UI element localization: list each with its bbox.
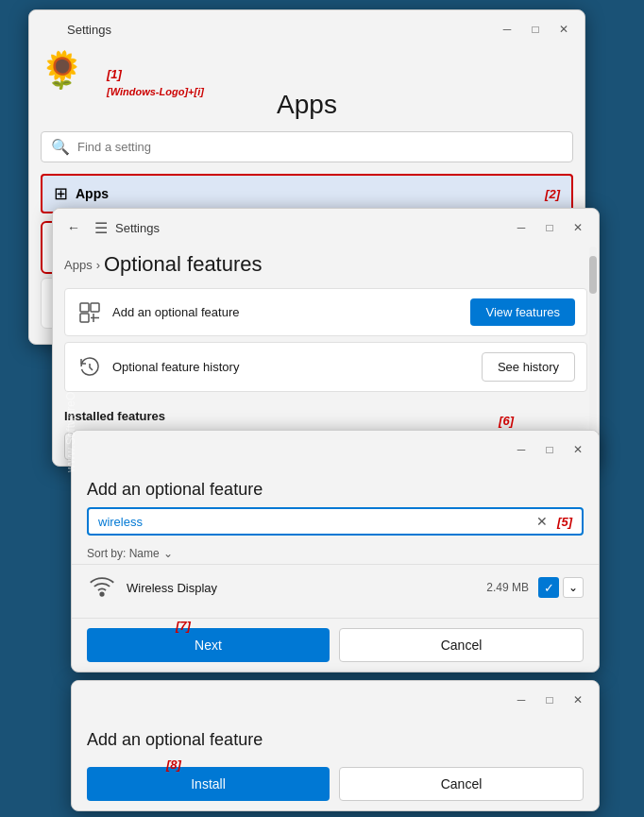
minimize-button-3[interactable]: ─	[508, 436, 534, 463]
maximize-button-3[interactable]: □	[536, 436, 563, 463]
sidebar-apps-label: Apps	[76, 186, 109, 201]
maximize-button-2[interactable]: □	[536, 214, 563, 241]
title-bar-text-1: Settings	[67, 23, 111, 37]
annotation-8: [8]	[166, 757, 181, 772]
title-bar-controls-3: ─ □ ✕	[508, 436, 591, 463]
annotation-2: [2]	[545, 187, 560, 201]
installed-features-label: Installed features	[53, 405, 599, 427]
close-button-4[interactable]: ✕	[565, 687, 591, 713]
install-button[interactable]: Install	[87, 767, 330, 801]
title-bar-text-2: Settings	[115, 221, 160, 235]
cancel-button-4[interactable]: Cancel	[339, 767, 584, 801]
apps-icon: ⊞	[54, 183, 68, 204]
optional-history-row[interactable]: Optional feature history See history	[64, 342, 587, 392]
add-optional-feature-row[interactable]: Add an optional feature View features	[64, 288, 587, 336]
svg-point-10	[100, 592, 104, 596]
feature-search-bar: ✕ [5]	[87, 507, 584, 536]
annotation-1-group: [1] [Windows-Logo]+[i]	[107, 65, 204, 99]
close-button-3[interactable]: ✕	[565, 436, 591, 463]
title-bar-controls-4: ─ □ ✕	[508, 687, 591, 713]
minimize-button-1[interactable]: ─	[494, 16, 520, 43]
title-bar-1: Settings ─ □ ✕	[29, 10, 585, 48]
history-icon	[76, 354, 103, 381]
install-feature-window: ─ □ ✕ Add an optional feature Install Ca…	[71, 680, 600, 811]
annotation-8-group: [8]	[166, 756, 181, 773]
add-feature-icon	[76, 299, 103, 326]
wireless-display-row[interactable]: Wireless Display 2.49 MB ✓ ⌄ [6]	[72, 564, 599, 610]
wireless-checkbox[interactable]: ✓	[538, 577, 559, 598]
breadcrumb-parent: Apps	[64, 258, 93, 272]
title-bar-controls-2: ─ □ ✕	[508, 214, 591, 241]
minimize-button-2[interactable]: ─	[508, 214, 534, 241]
breadcrumb-current: Optional features	[104, 252, 263, 277]
optional-history-label: Optional feature history	[112, 360, 482, 374]
svg-rect-5	[80, 303, 89, 312]
cancel-button-3[interactable]: Cancel	[339, 628, 584, 662]
annotation-5: [5]	[557, 515, 572, 529]
sort-bar-3: Sort by: Name ⌄	[72, 543, 599, 564]
install-feature-title: Add an optional feature	[72, 719, 599, 757]
maximize-button-4[interactable]: □	[536, 687, 563, 713]
add-feature-title: Add an optional feature	[72, 468, 599, 507]
add-optional-feature-label: Add an optional feature	[112, 305, 470, 319]
breadcrumb-inner: Apps › Optional features	[64, 252, 587, 277]
see-history-button[interactable]: See history	[482, 352, 575, 382]
close-button-2[interactable]: ✕	[565, 214, 591, 241]
wireless-icon	[87, 572, 117, 603]
maximize-button-1[interactable]: □	[522, 16, 549, 43]
title-bar-controls-1: ─ □ ✕	[494, 16, 577, 43]
wireless-expand-button[interactable]: ⌄	[563, 577, 584, 598]
title-bar-4: ─ □ ✕	[72, 681, 599, 719]
scrollbar-thumb-2	[589, 256, 597, 294]
add-feature-window: ─ □ ✕ Add an optional feature ✕ [5] Sort…	[71, 430, 600, 672]
annotation-6: [6]	[499, 414, 514, 428]
annotation-7: [7]	[176, 619, 191, 633]
sort-label-3[interactable]: Sort by: Name	[87, 547, 160, 560]
title-bar-2: ← ☰ Settings ─ □ ✕	[53, 209, 599, 247]
minimize-button-4[interactable]: ─	[508, 687, 534, 713]
annotation-7-group: [7]	[176, 617, 191, 634]
annotation-windows-logo: [Windows-Logo]+[i]	[107, 86, 204, 97]
feature-search-input[interactable]	[98, 515, 531, 529]
breadcrumb: Apps › Optional features	[53, 247, 599, 281]
next-button[interactable]: Next	[87, 628, 330, 662]
search-bar-1: 🔍	[41, 131, 573, 162]
hamburger-icon: ☰	[94, 219, 108, 237]
search-input-1[interactable]	[77, 140, 563, 154]
sort-chevron-icon: ⌄	[163, 547, 173, 560]
back-button-2[interactable]: ←	[60, 214, 87, 241]
svg-rect-6	[91, 303, 99, 312]
annotation-1: [1]	[107, 67, 122, 81]
optional-section: Add an optional feature View features Op…	[53, 281, 599, 405]
settings-window-2: ← ☰ Settings ─ □ ✕ Apps › Optional featu…	[52, 208, 600, 467]
svg-rect-7	[80, 314, 89, 322]
title-bar-3: ─ □ ✕	[72, 431, 599, 468]
view-features-button[interactable]: View features	[470, 298, 575, 326]
sunflower-icon: 🌻	[40, 49, 84, 91]
search-icon-1: 🔍	[51, 138, 70, 156]
close-button-1[interactable]: ✕	[551, 16, 577, 43]
win4-footer: Install Cancel	[72, 757, 599, 810]
wireless-display-label: Wireless Display	[127, 581, 486, 595]
wireless-display-size: 2.49 MB	[486, 581, 529, 594]
win3-footer: Next Cancel	[72, 618, 599, 672]
search-clear-button[interactable]: ✕	[536, 514, 548, 529]
